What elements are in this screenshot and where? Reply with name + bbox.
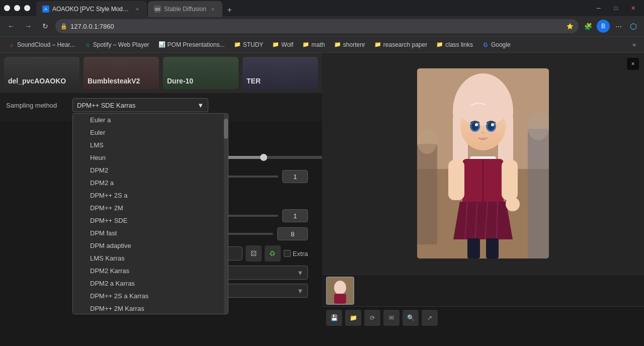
thumbnail-1[interactable] [326,277,354,305]
svg-rect-38 [528,129,549,258]
bookmark-soundcloud-label: SoundCloud – Hear... [17,41,75,48]
sampling-method-dropdown[interactable]: DPM++ SDE Karras ▼ Euler a Euler [72,98,208,112]
bookmark-google[interactable]: G Google [478,40,515,50]
model-cards-section: del_pvcAOAOKO BumblesteakV2 Dure-10 TER [0,53,322,93]
pom-icon: 📊 [158,41,166,48]
option-dpm-adaptive[interactable]: DPM adaptive [73,239,228,252]
minimize-button[interactable]: ─ [4,5,10,11]
bookmark-study[interactable]: 📁 STUDY [230,40,268,50]
bookmark-soundcloud[interactable]: ♪ SoundCloud – Hear... [4,40,79,50]
svg-point-31 [475,123,478,126]
bookmark-spotify[interactable]: ♫ Spotify – Web Player [80,40,153,50]
batch-count-value[interactable]: 1 [282,170,308,183]
thumbnail-strip [322,274,644,306]
image-action-btn-5[interactable]: 🔍 [403,310,419,326]
option-euler-a[interactable]: Euler a [73,114,228,126]
svg-marker-13 [453,202,513,239]
image-action-btn-6[interactable]: ↗ [422,310,438,326]
option-dpm-2s-a[interactable]: DPM++ 2S a [73,189,228,202]
option-dpm-fast[interactable]: DPM fast [73,227,228,239]
close-image-button[interactable]: × [627,58,639,70]
bookmark-shorten-label: shortenr [343,41,365,48]
dropdown-scrollbar[interactable] [224,114,228,314]
new-tab-button[interactable]: + [222,3,236,17]
image-action-btn-3[interactable]: ⟳ [364,310,380,326]
model-card-4[interactable]: TER [243,57,318,89]
copilot-icon[interactable]: ⬡ [627,20,640,33]
shorten-icon: 📁 [334,41,341,48]
back-button[interactable]: ← [4,19,18,33]
steps-slider[interactable] [224,156,322,159]
model-card-2[interactable]: BumblesteakV2 [84,57,159,89]
maximize-win-button[interactable]: □ [609,1,623,15]
option-dpm2[interactable]: DPM2 [73,164,228,177]
option-dpm-2s-a-karras[interactable]: DPM++ 2S a Karras [73,290,228,302]
tab-1[interactable]: A AOAOKO [PVC Style Model] - PV... × [36,1,147,17]
left-panel: del_pvcAOAOKO BumblesteakV2 Dure-10 TER … [0,53,322,328]
dice-button[interactable]: ⚄ [246,245,262,262]
close-button[interactable]: × [24,5,30,11]
option-dpm2-a-karras[interactable]: DPM2 a Karras [73,277,228,290]
image-action-btn-1[interactable]: 💾 [326,310,342,326]
option-lms-karras[interactable]: LMS Karras [73,252,228,265]
option-dpm2-a[interactable]: DPM2 a [73,177,228,189]
option-euler[interactable]: Euler [73,126,228,139]
class-icon: 📁 [436,41,443,48]
tab-2[interactable]: SD Stable Diffusion × [148,1,222,17]
forward-button[interactable]: → [21,19,35,33]
maximize-button[interactable]: □ [14,5,20,11]
option-dpm-2m-karras[interactable]: DPM++ 2M Karras [73,302,228,314]
tab-close-1[interactable]: × [134,5,141,13]
bookmark-spotify-label: Spotify – Web Player [93,41,149,48]
bookmark-research[interactable]: 📁 reasearch paper [370,40,431,50]
browser-chrome: ─ □ × A AOAOKO [PVC Style Model] - PV...… [0,0,644,53]
extensions-icon[interactable]: 🧩 [582,20,595,33]
svg-point-33 [481,132,485,134]
option-dpm-2m[interactable]: DPM++ 2M [73,202,228,214]
research-icon: 📁 [374,41,381,48]
model-card-1[interactable]: del_pvcAOAOKO [4,57,79,89]
image-action-btn-4[interactable]: ✉ [383,310,399,326]
svg-rect-42 [334,294,346,304]
model-card-name-2: BumblesteakV2 [88,77,140,85]
image-action-btn-2[interactable]: 📁 [345,310,361,326]
close-win-button[interactable]: ✕ [626,1,640,15]
svg-point-41 [334,281,346,295]
address-bar[interactable]: 🔒 127.0.0.1:7860 ⭐ [55,19,579,33]
study-icon: 📁 [234,41,241,48]
option-lms[interactable]: LMS [73,139,228,151]
bookmark-math-label: math [311,41,325,48]
cfg-value[interactable]: 8 [277,227,308,240]
extra-checkbox[interactable] [284,250,291,257]
option-dpm2-karras[interactable]: DPM2 Karras [73,265,228,277]
math-icon: 📁 [302,41,309,48]
svg-point-32 [491,123,494,126]
bookmark-pom[interactable]: 📊 POM Presentations... [154,40,229,50]
sampling-section: Sampling method DPM++ SDE Karras ▼ Euler [0,93,322,121]
scrollbar-thumb[interactable] [224,119,228,139]
svg-point-37 [417,129,437,154]
extra-label: Extra [293,250,308,257]
option-heun[interactable]: Heun [73,151,228,164]
nav-bar: ← → ↻ 🔒 127.0.0.1:7860 ⭐ 🧩 B ⋯ ⬡ [0,16,644,36]
bookmarks-more-button[interactable]: » [628,40,640,50]
svg-rect-19 [486,238,499,258]
bookmark-wolf[interactable]: 📁 Wolf [268,40,297,50]
tab-close-2[interactable]: × [209,5,216,13]
bookmark-class[interactable]: 📁 class links [432,40,477,50]
dropdown-selected-value[interactable]: DPM++ SDE Karras ▼ [72,98,208,112]
bookmark-math[interactable]: 📁 math [298,40,329,50]
minimize-win-button[interactable]: ─ [592,1,606,15]
option-dpm-sde[interactable]: DPM++ SDE [73,214,228,227]
profile-icon[interactable]: B [597,20,610,33]
refresh-button[interactable]: ↻ [38,19,52,33]
tab-favicon-2: SD [154,6,161,13]
more-icon[interactable]: ⋯ [612,20,625,33]
model-card-3[interactable]: Dure-10 [163,57,238,89]
batch-size-value[interactable]: 1 [282,209,308,222]
bookmark-shorten[interactable]: 📁 shortenr [330,40,369,50]
recycle-button[interactable]: ♻ [265,245,281,262]
model-card-name-1: del_pvcAOAOKO [8,77,66,85]
svg-point-34 [467,131,476,136]
address-text: 127.0.0.1:7860 [70,23,564,30]
